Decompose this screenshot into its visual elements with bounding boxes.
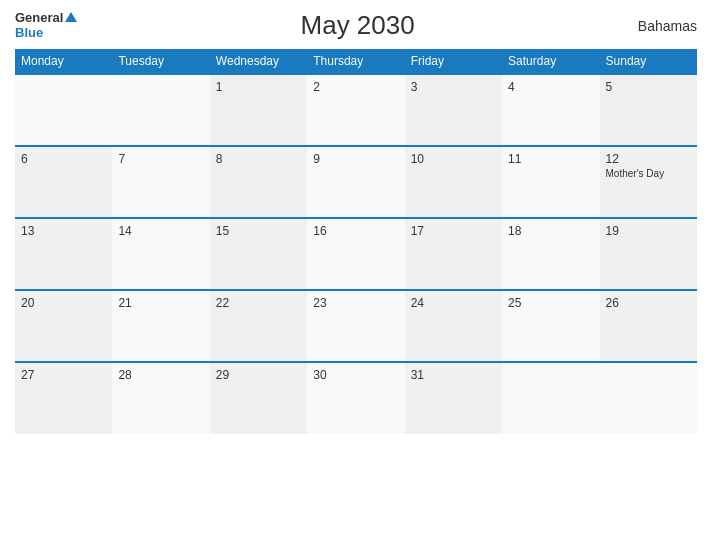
calendar-cell: 7 bbox=[112, 146, 209, 218]
calendar-cell bbox=[112, 74, 209, 146]
calendar-cell: 2 bbox=[307, 74, 404, 146]
day-number: 3 bbox=[411, 80, 496, 94]
day-number: 10 bbox=[411, 152, 496, 166]
day-number: 30 bbox=[313, 368, 398, 382]
calendar-cell: 19 bbox=[600, 218, 697, 290]
calendar-cell: 27 bbox=[15, 362, 112, 434]
day-number: 25 bbox=[508, 296, 593, 310]
day-number: 12 bbox=[606, 152, 691, 166]
country-label: Bahamas bbox=[638, 18, 697, 34]
calendar-title: May 2030 bbox=[301, 10, 415, 41]
day-number: 6 bbox=[21, 152, 106, 166]
day-number: 11 bbox=[508, 152, 593, 166]
header-tuesday: Tuesday bbox=[112, 49, 209, 74]
day-number: 9 bbox=[313, 152, 398, 166]
day-number: 31 bbox=[411, 368, 496, 382]
day-number: 29 bbox=[216, 368, 301, 382]
calendar-cell: 6 bbox=[15, 146, 112, 218]
calendar-cell bbox=[600, 362, 697, 434]
calendar-cell: 21 bbox=[112, 290, 209, 362]
day-number: 13 bbox=[21, 224, 106, 238]
day-number: 2 bbox=[313, 80, 398, 94]
calendar-cell: 4 bbox=[502, 74, 599, 146]
calendar-body: 123456789101112Mother's Day1314151617181… bbox=[15, 74, 697, 434]
header-monday: Monday bbox=[15, 49, 112, 74]
page: General Blue May 2030 Bahamas Monday Tue… bbox=[0, 0, 712, 550]
day-number: 16 bbox=[313, 224, 398, 238]
logo-blue: Blue bbox=[15, 26, 77, 40]
day-number: 20 bbox=[21, 296, 106, 310]
calendar-week-2: 6789101112Mother's Day bbox=[15, 146, 697, 218]
calendar-cell bbox=[502, 362, 599, 434]
calendar-cell: 24 bbox=[405, 290, 502, 362]
calendar-cell: 8 bbox=[210, 146, 307, 218]
calendar-cell: 30 bbox=[307, 362, 404, 434]
calendar-cell: 12Mother's Day bbox=[600, 146, 697, 218]
calendar-cell: 9 bbox=[307, 146, 404, 218]
calendar-cell: 3 bbox=[405, 74, 502, 146]
day-number: 4 bbox=[508, 80, 593, 94]
header-sunday: Sunday bbox=[600, 49, 697, 74]
calendar-cell: 22 bbox=[210, 290, 307, 362]
day-number: 1 bbox=[216, 80, 301, 94]
calendar-cell: 14 bbox=[112, 218, 209, 290]
calendar-cell: 28 bbox=[112, 362, 209, 434]
header-thursday: Thursday bbox=[307, 49, 404, 74]
day-number: 18 bbox=[508, 224, 593, 238]
calendar-cell: 18 bbox=[502, 218, 599, 290]
day-number: 28 bbox=[118, 368, 203, 382]
day-number: 5 bbox=[606, 80, 691, 94]
day-number: 19 bbox=[606, 224, 691, 238]
day-number: 17 bbox=[411, 224, 496, 238]
day-number: 27 bbox=[21, 368, 106, 382]
day-number: 21 bbox=[118, 296, 203, 310]
header-wednesday: Wednesday bbox=[210, 49, 307, 74]
day-number: 22 bbox=[216, 296, 301, 310]
day-number: 26 bbox=[606, 296, 691, 310]
calendar-event: Mother's Day bbox=[606, 168, 691, 179]
calendar-cell: 25 bbox=[502, 290, 599, 362]
day-number: 8 bbox=[216, 152, 301, 166]
calendar-cell: 11 bbox=[502, 146, 599, 218]
calendar-week-4: 20212223242526 bbox=[15, 290, 697, 362]
day-number: 15 bbox=[216, 224, 301, 238]
calendar-cell: 26 bbox=[600, 290, 697, 362]
header-saturday: Saturday bbox=[502, 49, 599, 74]
day-number: 24 bbox=[411, 296, 496, 310]
calendar-header: Monday Tuesday Wednesday Thursday Friday… bbox=[15, 49, 697, 74]
day-number: 14 bbox=[118, 224, 203, 238]
calendar-week-5: 2728293031 bbox=[15, 362, 697, 434]
calendar-cell: 13 bbox=[15, 218, 112, 290]
calendar-cell bbox=[15, 74, 112, 146]
calendar-cell: 1 bbox=[210, 74, 307, 146]
logo-general: General bbox=[15, 11, 77, 25]
calendar-week-1: 12345 bbox=[15, 74, 697, 146]
calendar-cell: 31 bbox=[405, 362, 502, 434]
logo: General Blue bbox=[15, 11, 77, 40]
calendar-cell: 17 bbox=[405, 218, 502, 290]
header-row: Monday Tuesday Wednesday Thursday Friday… bbox=[15, 49, 697, 74]
calendar-cell: 16 bbox=[307, 218, 404, 290]
day-number: 23 bbox=[313, 296, 398, 310]
calendar-table: Monday Tuesday Wednesday Thursday Friday… bbox=[15, 49, 697, 434]
calendar-cell: 15 bbox=[210, 218, 307, 290]
calendar-cell: 20 bbox=[15, 290, 112, 362]
calendar-cell: 5 bbox=[600, 74, 697, 146]
calendar-week-3: 13141516171819 bbox=[15, 218, 697, 290]
calendar-cell: 10 bbox=[405, 146, 502, 218]
header: General Blue May 2030 Bahamas bbox=[15, 10, 697, 41]
day-number: 7 bbox=[118, 152, 203, 166]
calendar-cell: 29 bbox=[210, 362, 307, 434]
logo-triangle-icon bbox=[65, 12, 77, 22]
calendar-cell: 23 bbox=[307, 290, 404, 362]
header-friday: Friday bbox=[405, 49, 502, 74]
